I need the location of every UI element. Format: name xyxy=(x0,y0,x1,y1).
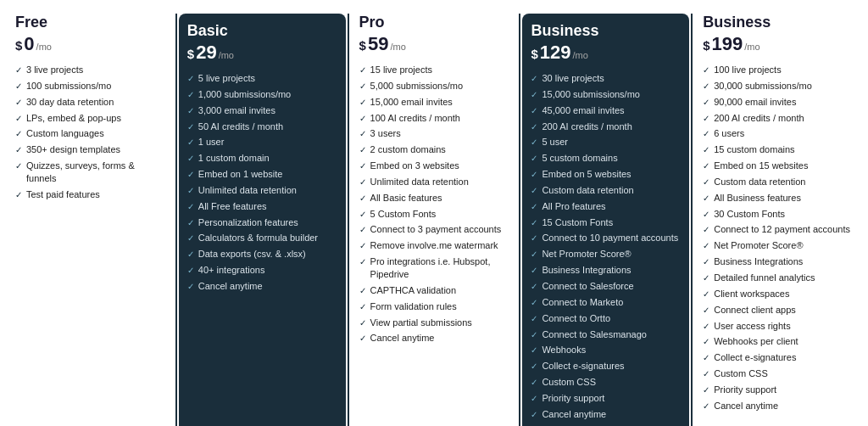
feature-item: ✓2 custom domains xyxy=(359,143,509,156)
feature-text: Remove involve.me watermark xyxy=(370,239,498,252)
feature-item: ✓30 live projects xyxy=(531,72,681,85)
feature-item: ✓6 users xyxy=(703,127,853,140)
feature-item: ✓Cancel anytime xyxy=(703,400,853,412)
plan-col-business2: Business$ 199/mo✓100 live projects✓30,00… xyxy=(694,14,861,426)
check-icon: ✓ xyxy=(15,113,22,125)
feature-item: ✓45,000 email invites xyxy=(531,104,681,117)
feature-text: 200 AI credits / month xyxy=(542,121,632,133)
feature-item: ✓Webhooks per client xyxy=(703,335,853,348)
check-icon: ✓ xyxy=(531,329,537,341)
feature-item: ✓Cancel anytime xyxy=(531,408,681,421)
check-icon: ✓ xyxy=(531,265,537,277)
feature-text: Custom CSS xyxy=(542,376,596,389)
feature-text: 100 submissions/mo xyxy=(26,80,111,92)
check-icon: ✓ xyxy=(187,105,194,117)
feature-text: 1 user xyxy=(198,136,225,149)
plan-col-free: Free$ 0/mo✓3 live projects✓100 submissio… xyxy=(7,14,174,426)
feature-text: 1 custom domain xyxy=(198,152,270,165)
feature-text: 50 AI credits / month xyxy=(198,121,283,133)
check-icon: ✓ xyxy=(15,128,22,140)
feature-item: ✓5 custom domains xyxy=(531,152,681,165)
features-list: ✓100 live projects✓30,000 submissions/mo… xyxy=(703,64,853,412)
feature-item: ✓1 user xyxy=(187,136,337,149)
check-icon: ✓ xyxy=(531,73,537,85)
feature-text: Cancel anytime xyxy=(370,332,435,345)
features-list: ✓5 live projects✓1,000 submissions/mo✓3,… xyxy=(187,72,337,293)
check-icon: ✓ xyxy=(359,64,366,76)
feature-text: Net Promoter Score® xyxy=(542,248,631,261)
plan-name: Pro xyxy=(359,14,509,31)
check-icon: ✓ xyxy=(187,121,194,133)
feature-text: 350+ design templates xyxy=(26,143,120,156)
feature-item: ✓15 custom domains xyxy=(703,143,853,156)
check-icon: ✓ xyxy=(15,189,22,201)
feature-text: Webhooks xyxy=(542,344,586,356)
check-icon: ✓ xyxy=(531,153,537,165)
check-icon: ✓ xyxy=(531,313,537,325)
plan-header: Basic$ 29/mo xyxy=(187,22,337,64)
feature-item: ✓50 AI credits / month xyxy=(187,121,337,133)
feature-text: Connect client apps xyxy=(714,304,796,317)
feature-item: ✓Custom languages xyxy=(15,127,165,140)
check-icon: ✓ xyxy=(703,352,709,364)
feature-item: ✓Business Integrations xyxy=(703,255,853,268)
check-icon: ✓ xyxy=(531,409,537,421)
feature-item: ✓15,000 email invites xyxy=(359,96,509,109)
check-icon: ✓ xyxy=(359,317,366,329)
check-icon: ✓ xyxy=(531,297,537,309)
plan-col-business1: Business$ 129/mo✓30 live projects✓15,000… xyxy=(522,14,689,426)
feature-item: ✓15 Custom Fonts xyxy=(531,216,681,229)
feature-text: Connect to Salesmanago xyxy=(542,328,647,341)
feature-text: Priority support xyxy=(714,384,776,396)
feature-item: ✓Detailed funnel analytics xyxy=(703,272,853,284)
check-icon: ✓ xyxy=(359,144,366,156)
feature-item: ✓90,000 email invites xyxy=(703,96,853,109)
feature-item: ✓Personalization features xyxy=(187,216,337,229)
price-row: $ 59/mo xyxy=(359,33,509,55)
feature-item: ✓5 Custom Fonts xyxy=(359,208,509,221)
feature-item: ✓200 AI credits / month xyxy=(531,121,681,133)
feature-text: Cancel anytime xyxy=(198,280,263,293)
feature-text: Net Promoter Score® xyxy=(714,239,803,252)
feature-item: ✓Quizzes, surveys, forms & funnels xyxy=(15,160,165,185)
feature-item: ✓200 AI credits / month xyxy=(703,112,853,125)
feature-text: Custom CSS xyxy=(714,367,768,380)
feature-text: 5 user xyxy=(542,136,568,149)
feature-item: ✓Pro integrations i.e. Hubspot, Pipedriv… xyxy=(359,255,509,281)
check-icon: ✓ xyxy=(359,240,366,252)
feature-item: ✓30,000 submissions/mo xyxy=(703,80,853,92)
check-icon: ✓ xyxy=(359,209,366,221)
feature-item: ✓Custom CSS xyxy=(531,376,681,389)
feature-text: Embed on 1 website xyxy=(198,168,283,181)
feature-item: ✓All Free features xyxy=(187,200,337,213)
plan-header: Business$ 129/mo xyxy=(531,22,681,64)
check-icon: ✓ xyxy=(703,384,709,396)
check-icon: ✓ xyxy=(359,81,366,92)
check-icon: ✓ xyxy=(187,137,194,149)
check-icon: ✓ xyxy=(531,217,537,229)
feature-item: ✓Connect to Salesmanago xyxy=(531,328,681,341)
feature-text: Unlimited data retention xyxy=(198,184,297,197)
check-icon: ✓ xyxy=(359,333,366,345)
feature-item: ✓Collect e-signatures xyxy=(703,351,853,364)
check-icon: ✓ xyxy=(703,401,709,412)
feature-text: 3,000 email invites xyxy=(198,104,275,117)
feature-item: ✓1,000 submissions/mo xyxy=(187,88,337,101)
feature-text: 5 live projects xyxy=(198,72,255,85)
feature-text: Test paid features xyxy=(26,188,100,201)
column-divider xyxy=(348,14,349,426)
feature-item: ✓30 day data retention xyxy=(15,96,165,109)
price-amount: 29 xyxy=(196,42,216,64)
price-period: /mo xyxy=(36,42,52,52)
check-icon: ✓ xyxy=(531,233,537,244)
check-icon: ✓ xyxy=(187,265,194,277)
check-icon: ✓ xyxy=(531,361,537,373)
feature-text: Collect e-signatures xyxy=(542,360,624,373)
feature-text: 40+ integrations xyxy=(198,264,265,277)
feature-item: ✓All Basic features xyxy=(359,192,509,205)
pricing-table: Free$ 0/mo✓3 live projects✓100 submissio… xyxy=(0,0,868,426)
check-icon: ✓ xyxy=(703,256,709,268)
feature-text: Embed on 15 websites xyxy=(714,160,808,172)
check-icon: ✓ xyxy=(359,285,366,297)
check-icon: ✓ xyxy=(187,89,194,101)
